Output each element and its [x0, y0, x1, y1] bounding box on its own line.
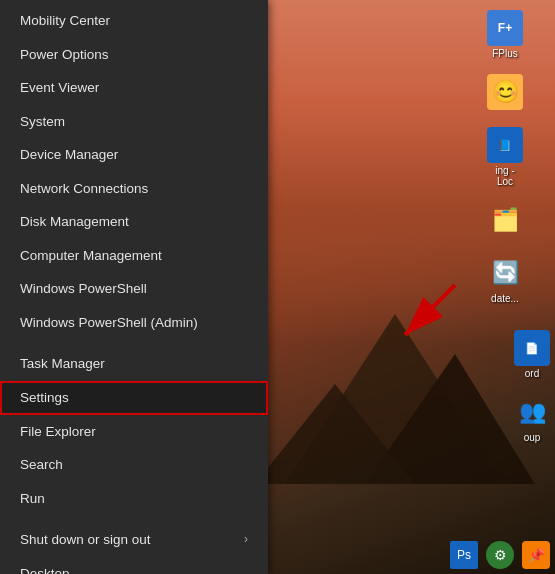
- mountain-svg: [255, 304, 535, 524]
- menu-item-power-options[interactable]: Power Options: [0, 38, 268, 72]
- menu-item-search[interactable]: Search: [0, 448, 268, 482]
- menu-item-label-file-explorer: File Explorer: [20, 423, 96, 441]
- menu-item-label-desktop: Desktop: [20, 565, 70, 574]
- menu-item-task-manager[interactable]: Task Manager: [0, 347, 268, 381]
- menu-item-windows-powershell[interactable]: Windows PowerShell: [0, 272, 268, 306]
- menu-item-file-explorer[interactable]: File Explorer: [0, 415, 268, 449]
- menu-item-label-windows-powershell: Windows PowerShell: [20, 280, 147, 298]
- menu-item-device-manager[interactable]: Device Manager: [0, 138, 268, 172]
- menu-item-run[interactable]: Run: [0, 482, 268, 516]
- desktop-icon-label-fplus: FPlus: [492, 48, 518, 59]
- desktop-icon-label-group: oup: [524, 432, 541, 443]
- desktop-icon-label-word: ord: [525, 368, 539, 379]
- desktop-icon-label-book: ing -Loc: [495, 165, 514, 187]
- desktop-icon-folder[interactable]: 🗂️: [487, 202, 523, 240]
- desktop-icon-emoji[interactable]: 😊: [487, 74, 523, 112]
- menu-item-label-task-manager: Task Manager: [20, 355, 105, 373]
- taskbar-icon-sticky[interactable]: 📌: [522, 541, 550, 569]
- desktop-icon-group[interactable]: 👥 oup: [514, 394, 550, 443]
- desktop-icon-label-update: date...: [491, 293, 519, 304]
- menu-item-label-disk-management: Disk Management: [20, 213, 129, 231]
- menu-item-event-viewer[interactable]: Event Viewer: [0, 71, 268, 105]
- context-menu: Mobility CenterPower OptionsEvent Viewer…: [0, 0, 268, 574]
- menu-item-desktop[interactable]: Desktop: [0, 557, 268, 574]
- menu-item-label-settings: Settings: [20, 389, 69, 407]
- menu-item-label-device-manager: Device Manager: [20, 146, 118, 164]
- menu-item-label-shut-down: Shut down or sign out: [20, 531, 151, 549]
- menu-item-mobility-center[interactable]: Mobility Center: [0, 4, 268, 38]
- menu-item-label-search: Search: [20, 456, 63, 474]
- menu-item-label-network-connections: Network Connections: [20, 180, 148, 198]
- menu-item-computer-management[interactable]: Computer Management: [0, 239, 268, 273]
- menu-item-disk-management[interactable]: Disk Management: [0, 205, 268, 239]
- menu-item-label-windows-powershell-admin: Windows PowerShell (Admin): [20, 314, 198, 332]
- menu-item-label-system: System: [20, 113, 65, 131]
- menu-item-arrow-shut-down: ›: [244, 532, 248, 548]
- menu-item-network-connections[interactable]: Network Connections: [0, 172, 268, 206]
- desktop-icon-fplus[interactable]: F+ FPlus: [487, 10, 523, 59]
- taskbar-icon-ps[interactable]: Ps: [450, 541, 478, 569]
- desktop-icon-word[interactable]: 📄 ord: [514, 330, 550, 379]
- menu-item-label-mobility-center: Mobility Center: [20, 12, 110, 30]
- menu-item-settings[interactable]: Settings: [0, 381, 268, 415]
- desktop-icons-lower: 📄 ord 👥 oup: [514, 330, 550, 443]
- menu-item-label-power-options: Power Options: [20, 46, 109, 64]
- desktop-icons-area: F+ FPlus 😊 📘 ing -Loc 🗂️ 🔄 date...: [455, 0, 555, 314]
- menu-item-label-run: Run: [20, 490, 45, 508]
- menu-item-label-computer-management: Computer Management: [20, 247, 162, 265]
- desktop-icon-update[interactable]: 🔄 date...: [487, 255, 523, 304]
- taskbar-icons: Ps ⚙ 📌: [450, 541, 550, 569]
- taskbar-icon-circle[interactable]: ⚙: [486, 541, 514, 569]
- desktop-icon-book[interactable]: 📘 ing -Loc: [487, 127, 523, 187]
- menu-item-shut-down[interactable]: Shut down or sign out›: [0, 523, 268, 557]
- menu-item-system[interactable]: System: [0, 105, 268, 139]
- menu-item-label-event-viewer: Event Viewer: [20, 79, 99, 97]
- menu-item-windows-powershell-admin[interactable]: Windows PowerShell (Admin): [0, 306, 268, 340]
